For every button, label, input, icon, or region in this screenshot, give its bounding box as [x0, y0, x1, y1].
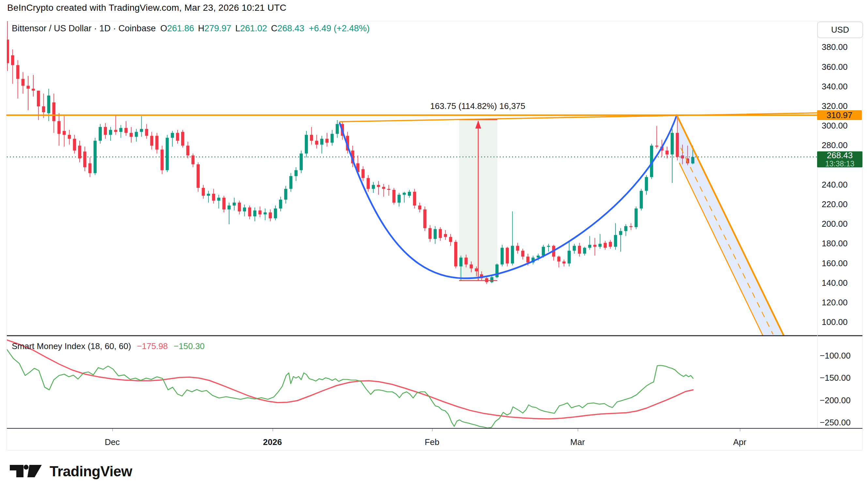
candle-body [176, 133, 179, 141]
ohlc-value: 261.02 [240, 24, 267, 33]
candle-body [609, 242, 612, 247]
time-axis-label: 2026 [263, 437, 282, 447]
candle-body [140, 129, 143, 132]
candle-body [88, 163, 92, 173]
candle-body [640, 191, 643, 208]
candle-body [119, 128, 123, 132]
ohlc-value: 268.43 [277, 24, 305, 33]
candle-body [542, 247, 545, 255]
price-tick-label: 100.00 [822, 317, 864, 327]
candle-body [83, 151, 87, 167]
candle-body [253, 210, 256, 216]
candle-body [63, 131, 66, 135]
candle-body [42, 106, 45, 112]
candle-body [269, 213, 272, 218]
price-tick-label: 160.00 [822, 258, 864, 268]
candle-body [212, 194, 215, 201]
last-price-value: 268.43 [827, 151, 853, 160]
ohlc-values: O261.86H279.97L261.02C268.43 [160, 24, 304, 34]
time-axis-label: Feb [425, 437, 439, 447]
candle-body [284, 189, 287, 200]
candle-body [104, 127, 107, 135]
tradingview-logo[interactable]: TradingView [10, 463, 132, 480]
candle-body [202, 188, 205, 196]
candle-body [645, 177, 648, 191]
candle-body [367, 178, 370, 189]
price-tick-label: 360.00 [822, 62, 864, 72]
candle-body [362, 169, 365, 178]
candle-body [135, 132, 138, 137]
candle-body [583, 248, 586, 254]
candle-body [294, 170, 298, 176]
price-tick-label: 240.00 [822, 179, 864, 190]
candle-body [217, 198, 221, 201]
candle-body [413, 192, 416, 205]
indicator-tick-label: −100.00 [820, 351, 865, 361]
price-tick-label: 280.00 [822, 140, 864, 151]
candle-body [196, 164, 200, 188]
candle-body [423, 209, 427, 228]
candle-body [300, 153, 303, 170]
channel-lower-line[interactable] [679, 163, 763, 335]
symbol-title: Bittensor / US Dollar · 1D · Coinbase [12, 24, 156, 34]
candle-body [289, 176, 293, 189]
candle-body [264, 213, 267, 214]
candle-body [429, 228, 432, 239]
candle-body [150, 136, 153, 145]
time-axis-label: Apr [733, 437, 746, 447]
ohlc-value: 279.97 [204, 24, 231, 33]
trendline-price-label: 310.97 [817, 110, 862, 120]
candle-body [320, 139, 323, 144]
candle-body [578, 246, 581, 254]
ohlc-value: 261.86 [167, 24, 194, 33]
indicator-green-value: −150.30 [174, 341, 205, 351]
candle-body [166, 138, 169, 170]
candle-body [181, 132, 184, 145]
bar-countdown: 13:38:13 [825, 160, 855, 168]
candle-body [47, 96, 51, 113]
candle-body [274, 208, 277, 218]
candle-body [124, 128, 128, 133]
candle-body [655, 145, 658, 146]
channel-upper-line[interactable] [677, 115, 783, 335]
candle-body [372, 185, 375, 189]
ohlc-key: L [235, 24, 240, 33]
ohlc-item: O261.86 [160, 24, 194, 34]
symbol-legend: Bittensor / US Dollar · 1D · Coinbase O2… [12, 24, 370, 34]
candle-body [305, 135, 308, 153]
candle-body [78, 145, 81, 158]
candle-body [94, 141, 97, 173]
candle-body [408, 192, 411, 196]
candle-body [526, 257, 530, 263]
currency-toggle-button[interactable]: USD [817, 22, 863, 38]
candle-body [243, 207, 246, 211]
ohlc-key: O [160, 24, 167, 33]
candle-body [547, 246, 550, 247]
candle-body [460, 258, 463, 266]
candle-body [521, 251, 524, 256]
candle-body [336, 124, 339, 134]
chart-canvas [0, 0, 868, 490]
candle-body [392, 190, 396, 203]
candle-body [37, 91, 40, 106]
candle-body [326, 139, 329, 142]
ohlc-item: L261.02 [235, 24, 267, 34]
candle-body [145, 129, 149, 136]
candle-body [186, 145, 190, 155]
tradingview-logo-text: TradingView [50, 463, 132, 480]
candle-body [573, 246, 576, 251]
price-tick-label: 300.00 [822, 121, 864, 131]
chart-container [6, 21, 863, 451]
cup-rim-trendline[interactable] [340, 113, 817, 122]
price-tick-label: 140.00 [822, 277, 864, 288]
candle-body [16, 65, 20, 79]
candle-body [52, 102, 56, 121]
ohlc-item: H279.97 [198, 24, 231, 34]
candle-body [563, 262, 566, 264]
candle-body [506, 248, 509, 263]
price-tick-label: 180.00 [822, 238, 864, 249]
candle-body [501, 248, 504, 264]
candle-body [129, 133, 133, 137]
candle-body [588, 245, 591, 248]
candle-body [6, 39, 9, 63]
